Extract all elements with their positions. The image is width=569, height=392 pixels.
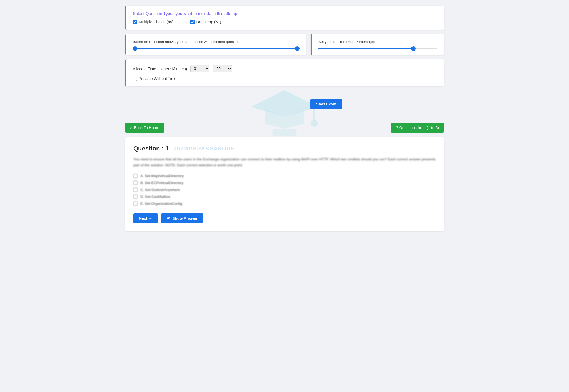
option-b: B. Set-ECPVirtualDirectory — [133, 181, 436, 185]
practice-slider-card: Based on Selection above, you can practi… — [125, 34, 306, 55]
option-c: C. Set-OutlookAnywhere — [133, 188, 436, 192]
svg-marker-0 — [251, 90, 318, 117]
dragdrop-checkbox[interactable] — [190, 20, 195, 24]
pass-percentage-label: Set your Desired Pass Percentage: — [318, 40, 437, 44]
show-answer-button[interactable]: 👁 Show Answer — [161, 213, 203, 223]
options-list: A. Set-MapiVirtualDirectory B. Set-ECPVi… — [133, 174, 436, 206]
dragdrop-option[interactable]: DragDrop (51) — [190, 20, 221, 24]
start-exam-button[interactable]: Start Exam — [310, 99, 342, 109]
brand-watermark: DUMPSPASS4SURE — [174, 145, 235, 152]
option-a-checkbox[interactable] — [133, 174, 138, 178]
no-timer-label: Practice Without Timer — [139, 76, 178, 81]
svg-rect-2 — [313, 107, 315, 121]
multiple-choice-option[interactable]: Multiple Choice (89) — [133, 20, 174, 24]
option-d-checkbox[interactable] — [133, 195, 138, 199]
pass-percentage-thumb[interactable] — [411, 46, 416, 51]
multiple-choice-label: Multiple Choice (89) — [139, 20, 174, 24]
eye-icon: 👁 — [167, 216, 171, 221]
question-card: Question : 1 DUMPSPASS4SURE You need to … — [125, 137, 444, 231]
time-allocation-card: Allocate Time (Hours : Minutes) 01 02 03… — [125, 59, 444, 86]
option-b-checkbox[interactable] — [133, 181, 138, 185]
option-a: A. Set-MapiVirtualDirectory — [133, 174, 436, 178]
action-row: Next → 👁 Show Answer — [133, 213, 436, 223]
pass-percentage-track[interactable] — [318, 48, 437, 49]
practice-slider-thumb-left[interactable] — [133, 46, 137, 51]
time-label: Allocate Time (Hours : Minutes) — [133, 67, 187, 71]
option-a-text: A. Set-MapiVirtualDirectory — [140, 174, 184, 178]
pass-percentage-card: Set your Desired Pass Percentage: — [311, 34, 444, 55]
start-section: Start Exam — [125, 91, 444, 115]
option-d: D. Set-CasMailbox — [133, 195, 436, 199]
practice-slider-thumb-right[interactable] — [295, 46, 300, 51]
practice-slider-track[interactable] — [133, 48, 300, 49]
question-text: You need to ensure that all the users in… — [133, 157, 436, 168]
minutes-select[interactable]: 00 15 30 45 — [213, 65, 232, 72]
practice-slider-label: Based on Selection above, you can practi… — [133, 40, 300, 44]
watermark-icon — [248, 82, 321, 144]
dragdrop-label: DragDrop (51) — [196, 20, 221, 24]
option-b-text: B. Set-ECPVirtualDirectory — [140, 181, 183, 185]
option-d-text: D. Set-CasMailbox — [140, 195, 170, 199]
hours-select[interactable]: 01 02 03 04 — [190, 65, 209, 72]
back-to-home-button[interactable]: ⌂ Back To Home — [125, 123, 164, 133]
questions-range-button[interactable]: ? Questions from (1 to 5) — [391, 123, 444, 133]
option-e-checkbox[interactable] — [133, 202, 138, 206]
question-number: Question : 1 — [133, 145, 169, 152]
option-e-text: E. Set-OrganizationConfig — [140, 202, 182, 206]
section-divider — [125, 118, 444, 118]
multiple-choice-checkbox[interactable] — [133, 20, 137, 24]
no-timer-checkbox[interactable] — [133, 77, 137, 81]
home-icon: ⌂ — [130, 125, 132, 130]
next-button[interactable]: Next → — [133, 213, 158, 223]
option-e: E. Set-OrganizationConfig — [133, 202, 436, 206]
question-types-card: Select Question Types you want to includ… — [125, 6, 444, 30]
question-types-title: Select Question Types you want to includ… — [133, 11, 437, 16]
option-c-text: C. Set-OutlookAnywhere — [140, 188, 180, 192]
question-header: Question : 1 DUMPSPASS4SURE — [133, 145, 436, 152]
option-c-checkbox[interactable] — [133, 188, 138, 192]
nav-bar: ⌂ Back To Home ? Questions from (1 to 5) — [125, 123, 444, 133]
